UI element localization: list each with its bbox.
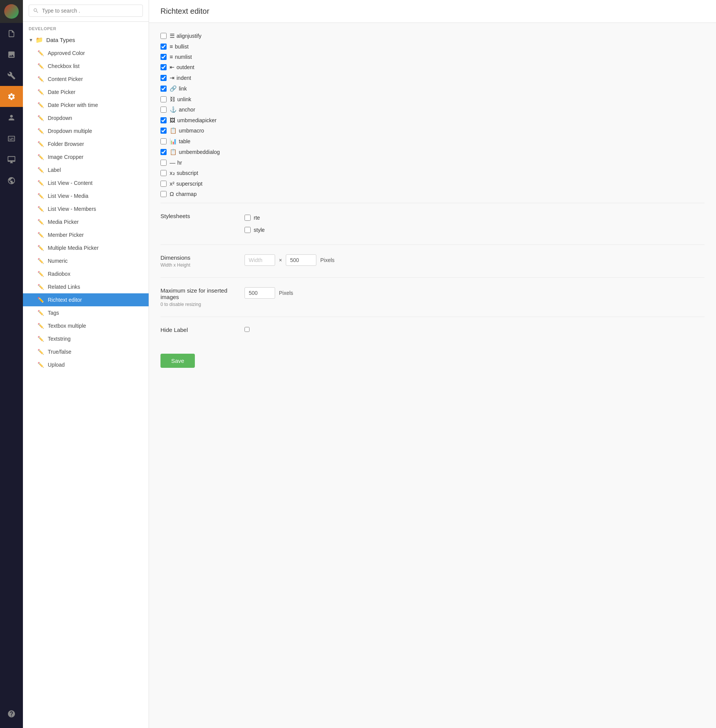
tree-item-label: Folder Browser [48, 141, 84, 147]
toolbar-checkbox[interactable] [160, 107, 167, 113]
tree-item[interactable]: ✏️Radiobox [23, 267, 149, 280]
toolbar-checkbox[interactable] [160, 44, 167, 50]
tree-item[interactable]: ✏️Related Links [23, 280, 149, 293]
toolbar-checkbox[interactable] [160, 54, 167, 60]
avatar[interactable] [0, 0, 23, 23]
hide-label-section: Hide Label [160, 317, 705, 344]
icon-bar [0, 0, 23, 728]
toolbar-checkbox[interactable] [160, 128, 167, 134]
stylesheet-checkbox[interactable] [245, 227, 251, 233]
tree-item[interactable]: ✏️Richtext editor [23, 293, 149, 306]
card-icon [7, 134, 16, 143]
tree-group-header[interactable]: ▼ 📁 Data Types [23, 33, 149, 47]
tree-item-label: Upload [48, 362, 65, 368]
tree-item[interactable]: ✏️Tags [23, 306, 149, 319]
tree-item[interactable]: ✏️True/false [23, 345, 149, 358]
max-size-sublabel: 0 to disable resizing [160, 302, 245, 307]
checkbox-section: ☰alignjustify≡bullist≡numlist⇤outdent⇥in… [160, 23, 705, 203]
search-input[interactable] [42, 8, 139, 14]
tree-item[interactable]: ✏️Date Picker with time [23, 99, 149, 112]
help-button[interactable] [0, 703, 23, 724]
stylesheet-checkbox[interactable] [245, 215, 251, 221]
sidebar-item-members[interactable] [0, 128, 23, 149]
wrench-icon [7, 71, 16, 80]
checkbox-row: ≡numlist [160, 52, 705, 62]
stylesheet-label: rte [254, 215, 260, 221]
toolbar-checkbox[interactable] [160, 160, 167, 166]
toolbar-checkbox[interactable] [160, 191, 167, 197]
tree-item-icon: ✏️ [37, 310, 44, 316]
tree-container: ▼ 📁 Data Types ✏️Approved Color✏️Checkbo… [23, 33, 149, 728]
tree-item[interactable]: ✏️List View - Content [23, 176, 149, 189]
document-icon [7, 29, 16, 38]
checkbox-row: 🖼umbmediapicker [160, 115, 705, 125]
toolbar-checkbox[interactable] [160, 96, 167, 102]
toolbar-checkbox[interactable] [160, 149, 167, 155]
tree-item[interactable]: ✏️Content Picker [23, 73, 149, 86]
tree-item[interactable]: ✏️Approved Color [23, 47, 149, 60]
hide-label-control [245, 327, 705, 333]
toolbar-item-label: link [179, 86, 187, 92]
pixels-label-max: Pixels [279, 290, 293, 296]
tree-item-icon: ✏️ [37, 76, 44, 82]
checkbox-row: Ωcharmap [160, 189, 705, 199]
tree-item[interactable]: ✏️Label [23, 163, 149, 176]
tree-item-label: Multiple Media Picker [48, 245, 99, 251]
tree-item-label: List View - Content [48, 180, 92, 186]
toolbar-item-label: table [179, 138, 190, 144]
toolbar-checkbox[interactable] [160, 86, 167, 92]
tree-item-icon: ✏️ [37, 362, 44, 368]
toolbar-item-icon: ⚓ [170, 106, 177, 113]
height-input[interactable] [286, 254, 316, 266]
width-input[interactable] [245, 254, 275, 266]
tree-item[interactable]: ✏️Textstring [23, 332, 149, 345]
save-button[interactable]: Save [160, 354, 195, 368]
dimensions-control: × Pixels [245, 254, 705, 266]
tree-item-icon: ✏️ [37, 141, 44, 147]
toolbar-item-icon: ⇥ [170, 74, 175, 81]
tree-item[interactable]: ✏️Media Picker [23, 215, 149, 228]
max-size-input[interactable] [245, 287, 275, 299]
toolbar-checkbox[interactable] [160, 170, 167, 176]
sidebar-item-forms[interactable] [0, 149, 23, 170]
tree-item[interactable]: ✏️Dropdown multiple [23, 125, 149, 138]
toolbar-item-label: anchor [179, 107, 195, 113]
folder-icon: 📁 [36, 36, 43, 44]
tree-item[interactable]: ✏️Textbox multiple [23, 319, 149, 332]
tree-item-icon: ✏️ [37, 271, 44, 277]
tree-item[interactable]: ✏️Checkbox list [23, 60, 149, 73]
tree-item[interactable]: ✏️Upload [23, 358, 149, 371]
sidebar-item-developer[interactable] [0, 86, 23, 107]
toolbar-checkbox[interactable] [160, 75, 167, 81]
toolbar-checkbox[interactable] [160, 138, 167, 144]
tree-item[interactable]: ✏️Member Picker [23, 228, 149, 241]
tree-item[interactable]: ✏️Folder Browser [23, 138, 149, 150]
tree-item[interactable]: ✏️List View - Members [23, 202, 149, 215]
toolbar-checkbox[interactable] [160, 181, 167, 187]
tree-item[interactable]: ✏️Image Cropper [23, 150, 149, 163]
toolbar-item-label: superscript [177, 181, 202, 187]
sidebar-item-content[interactable] [0, 23, 23, 44]
hide-label-checkbox[interactable] [245, 327, 249, 332]
checkbox-row: ⛓unlink [160, 94, 705, 104]
toolbar-item-icon: x² [170, 180, 175, 187]
checkbox-row: 📊table [160, 136, 705, 147]
tree-item[interactable]: ✏️List View - Media [23, 189, 149, 202]
tree-item[interactable]: ✏️Multiple Media Picker [23, 241, 149, 254]
toolbar-item-label: charmap [176, 191, 196, 197]
toolbar-checkbox[interactable] [160, 64, 167, 70]
hide-label-label-col: Hide Label [160, 327, 245, 335]
dimensions-wrap: × Pixels [245, 254, 705, 266]
sidebar-item-media[interactable] [0, 44, 23, 65]
sidebar-item-settings[interactable] [0, 65, 23, 86]
tree-item[interactable]: ✏️Dropdown [23, 112, 149, 125]
tree-item-label: Numeric [48, 258, 68, 264]
tree-item[interactable]: ✏️Numeric [23, 254, 149, 267]
sidebar-item-users[interactable] [0, 107, 23, 128]
stylesheets-items: rtestyle [245, 213, 705, 235]
toolbar-checkbox[interactable] [160, 33, 167, 39]
sidebar-item-translation[interactable] [0, 170, 23, 191]
toolbar-checkbox[interactable] [160, 117, 167, 123]
tree-item[interactable]: ✏️Date Picker••• [23, 86, 149, 99]
search-input-wrap[interactable] [29, 5, 143, 17]
